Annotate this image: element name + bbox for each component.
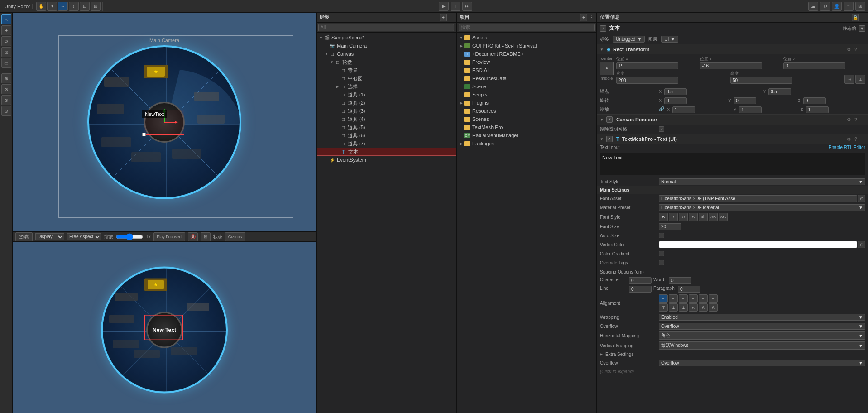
tree-item-wenben[interactable]: ▶ T 文本 bbox=[317, 148, 456, 156]
hierarchy-search[interactable] bbox=[318, 24, 454, 31]
tree-item-maincamera[interactable]: ▶ 📷 Main Camera bbox=[317, 42, 456, 50]
tree-item-lunpan[interactable]: ▼ □ 轮盘 bbox=[317, 58, 456, 66]
line-field[interactable] bbox=[629, 286, 652, 293]
hierarchy-add-btn[interactable]: + bbox=[440, 14, 447, 21]
section-help[interactable]: ? bbox=[854, 137, 857, 142]
width-field[interactable] bbox=[616, 77, 678, 84]
assets-menu-btn[interactable]: ⋮ bbox=[589, 15, 594, 20]
account-btn[interactable]: 👤 bbox=[832, 2, 842, 11]
inspector-menu-btn[interactable]: ⋮ bbox=[861, 14, 865, 21]
valign-top-btn[interactable]: ⊤ bbox=[659, 303, 668, 312]
inspector-lock-btn[interactable]: 🔒 bbox=[852, 14, 859, 21]
tree-item-xuanze[interactable]: ▶ □ 选择 bbox=[317, 82, 456, 91]
static-check[interactable]: ▼ bbox=[859, 25, 865, 32]
asset-item-preview[interactable]: ▶ Preview bbox=[457, 58, 596, 66]
font-asset-select-btn[interactable]: ⊙ bbox=[858, 195, 865, 202]
layout-btn[interactable]: ⊞ bbox=[855, 2, 865, 11]
play-btn[interactable]: ▶ bbox=[439, 2, 449, 11]
vertex-color-picker[interactable]: ⊙ bbox=[858, 241, 865, 248]
gizmos-btn[interactable]: Gizmos bbox=[225, 232, 245, 241]
custom-tool1[interactable]: ⊕ bbox=[1, 73, 11, 83]
zoom-slider[interactable] bbox=[116, 234, 143, 240]
h-mapping-dropdown[interactable]: 角色 ▼ bbox=[659, 331, 865, 340]
canvas-renderer-check[interactable]: ✓ bbox=[606, 116, 613, 123]
play-focused-btn[interactable]: Play Focused bbox=[153, 232, 185, 241]
scale-tool-btn[interactable]: ↕ bbox=[69, 2, 79, 11]
align-right-btn[interactable]: ≡ bbox=[679, 294, 688, 303]
wrapping-dropdown[interactable]: Enabled ▼ bbox=[659, 314, 865, 321]
tree-item-daoju3[interactable]: ▶ □ 道具 (3) bbox=[317, 107, 456, 115]
asset-item-radial[interactable]: ▶ C# RadialMenuManager bbox=[457, 131, 596, 139]
vertex-color-swatch[interactable] bbox=[659, 241, 857, 248]
font-size-field[interactable] bbox=[659, 223, 681, 230]
pos-z-field[interactable] bbox=[783, 62, 845, 69]
extra-settings-row[interactable]: ▶ Extra Settings bbox=[597, 351, 868, 358]
move-tool[interactable]: ✦ bbox=[1, 25, 11, 35]
uppercase-btn[interactable]: AB bbox=[709, 213, 718, 221]
asset-item-assets[interactable]: ▼ Assets bbox=[457, 34, 596, 42]
asset-item-textmeshpro[interactable]: ▶ TextMesh Pro bbox=[457, 123, 596, 131]
asset-item-resources[interactable]: ▶ ResourcesData bbox=[457, 74, 596, 82]
section-help[interactable]: ? bbox=[854, 47, 857, 52]
auto-size-check[interactable] bbox=[659, 233, 664, 238]
display-select[interactable]: Display 1 bbox=[35, 233, 64, 240]
scale-y-input[interactable] bbox=[739, 106, 762, 113]
stats-btn[interactable]: ⊞ bbox=[201, 232, 211, 241]
tmp-header[interactable]: ▼ ✓ T TextMeshPro - Text (UI) ⚙ ? ⋮ bbox=[597, 134, 868, 144]
word-field[interactable] bbox=[669, 277, 691, 284]
enable-rtl-btn[interactable]: Enable RTL Editor bbox=[829, 145, 865, 150]
font-asset-dropdown[interactable]: LiberationSans SDF (TMP Font Asse bbox=[659, 195, 857, 202]
section-gear[interactable]: ⚙ bbox=[847, 47, 851, 52]
anchor-x-input[interactable] bbox=[664, 88, 687, 95]
custom-tool4[interactable]: ⊙ bbox=[1, 106, 11, 116]
asset-item-plugins[interactable]: ▶ Plugins bbox=[457, 99, 596, 107]
object-name-field[interactable]: 文本 bbox=[609, 24, 840, 32]
v-mapping-dropdown[interactable]: 激活Windows ▼ bbox=[659, 341, 865, 350]
asset-item-psd[interactable]: ▶ PSD.AI bbox=[457, 66, 596, 74]
text-input-area[interactable]: New Text bbox=[600, 153, 865, 175]
game-tab[interactable]: 游戏 bbox=[15, 232, 33, 241]
services-btn[interactable]: ⚙ bbox=[820, 2, 830, 11]
asset-item-readme[interactable]: ▶ + +Document README+ bbox=[457, 50, 596, 58]
tree-item-zhongxinyuan[interactable]: ▶ □ 中心圆 bbox=[317, 74, 456, 82]
rotate-tool-btn[interactable]: ↔ bbox=[58, 2, 68, 11]
char-field[interactable] bbox=[629, 277, 652, 284]
mute-btn[interactable]: 🔇 bbox=[188, 232, 198, 241]
rect-tool[interactable]: ▭ bbox=[1, 58, 11, 68]
underline-btn[interactable]: U bbox=[679, 213, 688, 221]
anchor-y-input[interactable] bbox=[768, 88, 791, 95]
italic-btn[interactable]: I bbox=[669, 213, 678, 221]
hand-tool-btn[interactable]: ✋ bbox=[36, 2, 46, 11]
tree-item-daoju2[interactable]: ▶ □ 道具 (2) bbox=[317, 99, 456, 107]
tree-item-canvas[interactable]: ▼ □ Canvas bbox=[317, 50, 456, 58]
section-overflow[interactable]: ⋮ bbox=[861, 137, 865, 142]
height-btn[interactable]: ⊥ bbox=[855, 75, 865, 84]
override-tags-check[interactable] bbox=[659, 260, 664, 265]
align-center-btn[interactable]: ≡ bbox=[669, 294, 678, 303]
collab-btn[interactable]: ☁ bbox=[808, 2, 818, 11]
overflow2-dropdown[interactable]: Overflow ▼ bbox=[659, 360, 865, 366]
pause-btn[interactable]: ⏸ bbox=[451, 2, 460, 11]
rect-transform-header[interactable]: ▼ ⊞ Rect Transform ⚙ ? ⋮ bbox=[597, 44, 868, 54]
custom-tool3[interactable]: ⊘ bbox=[1, 95, 11, 105]
color-gradient-check[interactable] bbox=[659, 251, 664, 256]
lowercase-btn[interactable]: ab bbox=[699, 213, 708, 221]
scale-z-input[interactable] bbox=[806, 106, 829, 113]
tree-item-eventsystem[interactable]: ▶ ⚡ EventSystem bbox=[317, 156, 456, 164]
asset-item-packages[interactable]: ▶ Packages bbox=[457, 139, 596, 148]
assets-search[interactable] bbox=[459, 24, 595, 31]
tree-item-daoju4[interactable]: ▶ □ 道具 (4) bbox=[317, 115, 456, 123]
asset-item-guipro[interactable]: ▶ GUI PRO Kit - Sci-Fi Survival bbox=[457, 42, 596, 50]
tree-item-daoju6[interactable]: ▶ □ 道具 (6) bbox=[317, 131, 456, 139]
valign-bot2-btn[interactable]: Ā bbox=[709, 303, 718, 312]
scale-x-input[interactable] bbox=[672, 106, 695, 113]
align-justify-btn[interactable]: ≡ bbox=[689, 294, 698, 303]
pos-x-field[interactable] bbox=[616, 62, 678, 69]
strikethrough-btn[interactable]: S bbox=[689, 213, 698, 221]
section-gear[interactable]: ⚙ bbox=[847, 137, 851, 142]
asset-item-scripts[interactable]: ▶ Scripts bbox=[457, 91, 596, 99]
assets-add-btn[interactable]: + bbox=[580, 14, 587, 21]
section-help[interactable]: ? bbox=[854, 117, 857, 122]
material-preset-dropdown[interactable]: LiberationSans SDF Material ▼ bbox=[659, 204, 865, 211]
smallcaps-btn[interactable]: SC bbox=[719, 213, 728, 221]
